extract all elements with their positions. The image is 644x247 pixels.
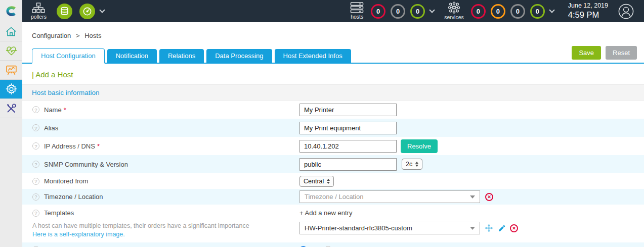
hosts-icon [350, 2, 364, 13]
alias-label: Alias [44, 124, 58, 132]
hosts-down-count: 0 [376, 8, 380, 15]
services-warning-counter[interactable]: 0 [491, 4, 505, 19]
form-row-timezone: ? Timezone / Location Timezone / Locatio… [22, 189, 644, 205]
main-content: Configuration > Hosts Host Configuration… [22, 22, 644, 247]
reset-button[interactable]: Reset [606, 46, 637, 60]
templates-example-link[interactable]: Here is a self-explanatory image. [32, 231, 299, 238]
select-spinner-icon [415, 162, 418, 167]
form-actions: Save Reset [572, 46, 637, 63]
help-icon[interactable]: ? [32, 106, 39, 113]
name-input[interactable] [299, 104, 397, 116]
hosts-up-count: 0 [416, 8, 419, 15]
pencil-icon [498, 224, 506, 232]
chart-easel-icon [5, 64, 18, 76]
services-ok-counter[interactable]: 0 [530, 4, 545, 19]
tab-data-processing[interactable]: Data Processing [206, 49, 272, 63]
required-asterisk: * [97, 142, 100, 150]
snmp-version-select[interactable]: 2c [402, 159, 422, 170]
form-row-name: ? Name * [22, 101, 644, 119]
services-icon [448, 2, 460, 14]
services-ok-count: 0 [536, 8, 539, 15]
hosts-down-counter[interactable]: 0 [371, 4, 385, 19]
help-icon[interactable]: ? [32, 210, 39, 217]
gauge-icon [82, 7, 92, 16]
services-critical-count: 0 [477, 8, 480, 15]
user-avatar-icon[interactable] [618, 4, 634, 19]
ip-address-label: IP Address / DNS [44, 142, 95, 150]
monitored-from-label: Monitored from [44, 177, 88, 185]
template-combobox[interactable]: HW-Printer-standard-rfc3805-custom [299, 222, 480, 234]
templates-note: A host can have multiple templates, thei… [32, 222, 299, 229]
dropdown-caret-icon [470, 195, 475, 199]
tab-host-extended-infos[interactable]: Host Extended Infos [275, 49, 351, 63]
gear-icon [5, 83, 18, 95]
current-date: June 12, 2019 [568, 2, 608, 10]
hosts-up-counter[interactable]: 0 [410, 4, 425, 19]
topbar: pollers hosts [0, 0, 644, 22]
template-delete-icon[interactable]: ✕ [510, 224, 518, 232]
timezone-label: Timezone / Location [44, 193, 103, 201]
sidebar-item-reporting[interactable] [0, 61, 22, 80]
gauge-status-button[interactable] [79, 4, 95, 19]
snmp-community-input[interactable] [299, 158, 397, 171]
tab-host-configuration[interactable]: Host Configuration [32, 48, 105, 64]
required-asterisk: * [64, 106, 66, 114]
dropdown-caret-icon [470, 227, 475, 230]
template-edit-button[interactable] [498, 224, 506, 232]
form-row-snmp: ? SNMP Community & Version 2c [22, 155, 644, 173]
sidebar-item-home[interactable] [0, 22, 22, 41]
services-menu[interactable]: services [444, 2, 464, 21]
timezone-clear-icon[interactable]: ✕ [485, 193, 493, 201]
sidebar-item-administration[interactable] [0, 99, 22, 118]
current-time: 4:59 PM [568, 10, 608, 20]
sidebar [0, 22, 22, 247]
template-move-handle[interactable] [485, 224, 493, 232]
move-arrows-icon [485, 224, 493, 232]
breadcrumb-item-configuration[interactable]: Configuration [32, 32, 71, 39]
alias-input[interactable] [299, 122, 397, 134]
home-icon [5, 26, 17, 38]
tab-notification[interactable]: Notification [107, 49, 157, 63]
form-row-monitored-from: ? Monitored from Central [22, 173, 644, 189]
help-icon[interactable]: ? [32, 124, 39, 131]
pollers-menu[interactable]: pollers [31, 3, 47, 20]
database-status-button[interactable] [57, 4, 72, 19]
hosts-chevron-down-icon[interactable] [430, 7, 435, 13]
poller-chevron-down-icon[interactable] [99, 7, 105, 13]
add-template-entry-link[interactable]: + Add a new entry [299, 209, 518, 217]
app-root: pollers hosts [0, 0, 644, 247]
sidebar-item-monitoring[interactable] [0, 41, 22, 61]
pollers-icon [32, 3, 45, 13]
breadcrumb-item-hosts[interactable]: Hosts [84, 32, 101, 39]
breadcrumb-separator: > [76, 32, 80, 39]
services-label: services [444, 15, 464, 21]
page-title: | Add a Host [22, 64, 644, 85]
timezone-combobox[interactable]: Timezone / Location [299, 190, 480, 203]
hosts-unreachable-counter[interactable]: 0 [391, 4, 405, 19]
services-unknown-counter[interactable]: 0 [510, 4, 525, 19]
help-icon[interactable]: ? [32, 142, 39, 150]
form-row-templates: ? Templates A host can have multiple tem… [22, 205, 644, 242]
save-button[interactable]: Save [572, 46, 601, 60]
services-chevron-down-icon[interactable] [549, 7, 554, 13]
services-warning-count: 0 [496, 8, 500, 15]
tab-relations[interactable]: Relations [159, 49, 204, 63]
database-icon [60, 7, 69, 16]
breadcrumb: Configuration > Hosts [22, 22, 644, 46]
snmp-version-value: 2c [406, 161, 412, 168]
help-icon[interactable]: ? [32, 193, 39, 201]
hosts-label: hosts [351, 14, 363, 20]
resolve-button[interactable]: Resolve [401, 139, 438, 153]
form-row-create-services: ? Create Services linked to the Template… [22, 242, 644, 247]
centreon-logo[interactable] [0, 0, 22, 22]
help-icon[interactable]: ? [32, 161, 39, 168]
monitored-from-select[interactable]: Central [299, 176, 334, 187]
hosts-menu[interactable]: hosts [350, 2, 364, 20]
form-row-alias: ? Alias [22, 119, 644, 137]
ip-address-input[interactable] [299, 140, 397, 153]
help-icon[interactable]: ? [32, 178, 39, 185]
form-row-ip-address: ? IP Address / DNS * Resolve [22, 137, 644, 155]
sidebar-item-configuration[interactable] [0, 80, 22, 99]
services-critical-counter[interactable]: 0 [471, 4, 486, 19]
monitored-from-value: Central [304, 178, 324, 185]
